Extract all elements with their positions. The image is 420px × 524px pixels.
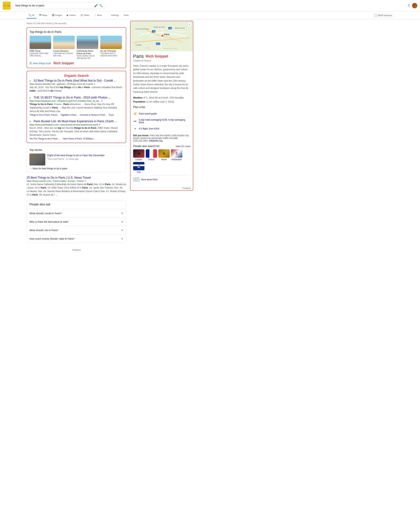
louvre-image: [53, 36, 75, 49]
view-more-link[interactable]: View 15+ more: [176, 145, 190, 148]
compass-icon: 🧭: [133, 112, 137, 116]
map-area[interactable]: Paris St-Germain-en-Laye Neuilly-sur-Sei…: [130, 21, 193, 51]
carousel-item-arc[interactable]: Arc de Triomphe Triumphal arch & nationa…: [100, 36, 122, 59]
organic-label: Organic Search: [30, 74, 123, 78]
maps-icon: 🗺: [39, 14, 41, 17]
tab-news[interactable]: 📰 News: [78, 12, 91, 19]
carousel-item-notredame[interactable]: Cathédrale Notre-Dame de Paris Iconic Go…: [77, 36, 98, 59]
paa-item-1[interactable]: What should I avoid in Paris? ∨: [27, 209, 126, 217]
paa-question-1: What should I avoid in Paris?: [29, 212, 62, 215]
dropdown-arrow-1[interactable]: ▼: [94, 83, 95, 85]
header-right: ⠿: [408, 3, 417, 8]
sub-link-2-2[interactable]: Nightlife in Paris: [61, 114, 76, 116]
more-about-image: [133, 177, 140, 182]
carousel-item-eiffel[interactable]: Eiffel Tower Landmark 324m-high 19th-cen…: [30, 36, 51, 59]
story-title-link[interactable]: Eight of the best things to do in Paris …: [47, 154, 105, 157]
plan-item-hotel[interactable]: 🛏 3-star hotel averaging €106, 5-star av…: [133, 117, 190, 125]
more-about-paris[interactable]: More about Paris: [133, 175, 190, 183]
videos-icon: ▶: [67, 14, 69, 17]
tab-maps[interactable]: 🗺 Maps: [37, 12, 49, 19]
panel-city-name: Paris: [133, 54, 144, 59]
sub-link-2-3[interactable]: Concerts & Shows in Paris: [80, 114, 105, 116]
more-for-link[interactable]: → More for best things to do in paris: [29, 167, 123, 170]
place-thumb-london[interactable]: 🏙 London: [133, 149, 145, 161]
paa-item-3[interactable]: What should I do in Paris? ∨: [27, 226, 126, 234]
map-expand-button[interactable]: ⤢: [188, 22, 192, 26]
wikipedia-link[interactable]: wikipedia.org: [149, 140, 163, 142]
plan-guide-label: Paris travel guide: [139, 112, 157, 115]
result-title-3[interactable]: Paris Bucket List: 45 Must-Have Experien…: [34, 120, 117, 123]
more-icon: ⋮: [94, 14, 96, 17]
louvre-desc: Landmark art museum with vast…: [53, 52, 75, 57]
svg-text:St-Germain-en-Laye: St-Germain-en-Laye: [136, 28, 149, 30]
sub-link-3-1[interactable]: Ten Fun Things to do in Paris ...: [30, 137, 60, 140]
more-things-link[interactable]: ☰ More things to do: [30, 62, 51, 65]
chevron-down-icon-2: ∨: [121, 220, 123, 223]
story-thumbnail: [29, 154, 45, 166]
search-input[interactable]: [16, 4, 93, 7]
tab-settings[interactable]: Settings: [109, 12, 121, 19]
paa-title: People also ask: [27, 200, 126, 209]
microphone-icon[interactable]: 🎤: [94, 4, 98, 8]
serp-features-checkbox[interactable]: [375, 14, 377, 17]
tab-news-label: News: [84, 14, 89, 17]
place-thumb-oslo[interactable]: ⛵ Oslo: [133, 162, 145, 173]
tab-videos[interactable]: ▶ Videos: [65, 12, 78, 19]
sub-link-2-1[interactable]: Things to Do in Paris, France: [30, 114, 57, 116]
result-url-text-1: https://www.cntraveler.com › galleries ›…: [30, 83, 93, 85]
sub-link-2-4[interactable]: Tours: [109, 114, 114, 116]
svg-text:Versailles: Versailles: [136, 44, 142, 46]
results-count: About 372,000,000 results (1.89 seconds): [26, 21, 126, 25]
eiffel-tower-image: [30, 36, 51, 49]
usnews-title[interactable]: 25 Best Things to Do in Paris | U.S. New…: [26, 176, 91, 179]
top-stories-section: Top stories Eight of the best things to …: [26, 146, 126, 173]
apps-grid-icon[interactable]: ⠿: [408, 4, 410, 8]
louvre-name: Louvre Museum: [53, 50, 75, 52]
dropdown-arrow-2[interactable]: ▼: [101, 100, 103, 102]
svg-text:Map data ©2019 Goog...: Map data ©2019 Goog...: [163, 48, 178, 49]
story-content: Eight of the best things to do in Paris …: [47, 154, 123, 160]
paa-item-4[interactable]: How much money should I take to Paris? ∨: [27, 234, 126, 243]
arc-name: Arc de Triomphe: [100, 50, 122, 52]
place-thumbnails: 🏙 London France 🏛 Rome: [133, 149, 190, 173]
sub-links-3: Ten Fun Things to do in Paris ... · Best…: [30, 137, 123, 140]
story-time: 11 hours ago: [66, 158, 78, 160]
paa-question-4: How much money should I take to Paris?: [29, 237, 75, 240]
tab-images[interactable]: 🖼 Images: [50, 12, 64, 19]
plan-item-flight[interactable]: ✈ 4 h flight, from €316: [133, 125, 190, 132]
carousel-item-louvre[interactable]: Louvre Museum Landmark art museum with v…: [53, 36, 75, 59]
google-logo: Google: [3, 2, 11, 10]
result-title-2[interactable]: THE 15 BEST Things to Do in Paris - 2019…: [34, 96, 111, 99]
feedback-bottom[interactable]: Feedback: [26, 246, 126, 254]
arrow-icon: →: [29, 167, 32, 170]
settings-label: Settings: [111, 14, 119, 17]
result-title-1[interactable]: 10 Best Things to Do in Paris (And What …: [34, 79, 116, 82]
search-bar[interactable]: 🎤 🔍: [13, 2, 106, 9]
france-image: [146, 149, 157, 158]
usnews-dropdown[interactable]: ▼: [84, 180, 86, 182]
plane-icon: ✈: [133, 127, 137, 131]
result-number-1: 1: [30, 79, 33, 82]
result-snippet-1: Sep 30, 2019 · Our list of the top thing…: [30, 86, 123, 93]
serp-features-button[interactable]: SERP features: [373, 13, 394, 17]
arc-image: [100, 36, 122, 49]
rich-snippet-box: Top things to do in Paris Eiffel Tower L…: [26, 27, 126, 68]
tab-all[interactable]: 🔍 All: [26, 12, 36, 19]
paa-item-2[interactable]: Why is Paris the best place to visit? ∨: [27, 217, 126, 226]
dropdown-arrow-3[interactable]: ▼: [99, 124, 100, 126]
place-thumb-france[interactable]: France: [146, 149, 157, 161]
panel-feedback[interactable]: Feedback: [130, 186, 193, 190]
svg-text:Créteil: Créteil: [145, 47, 149, 49]
tab-more[interactable]: ⋮ More: [92, 12, 104, 19]
right-column: Paris St-Germain-en-Laye Neuilly-sur-Sei…: [130, 21, 193, 254]
sub-link-3-2[interactable]: Best Views of Paris: 15 Brilliant ...: [63, 137, 95, 140]
place-thumb-amsterdam[interactable]: 🌷 Amsterdam: [171, 149, 182, 161]
tools-label: Tools: [124, 14, 129, 17]
place-thumb-rome[interactable]: 🏛 Rome: [158, 149, 170, 161]
user-avatar[interactable]: [412, 3, 417, 8]
plan-item-guide[interactable]: 🧭 Paris travel guide: [133, 110, 190, 117]
result-item-3: 3 Paris Bucket List: 45 Must-Have Experi…: [30, 120, 123, 140]
tab-tools[interactable]: Tools: [122, 12, 131, 19]
svg-text:H118: H118: [156, 43, 160, 45]
search-button[interactable]: 🔍: [99, 4, 103, 8]
